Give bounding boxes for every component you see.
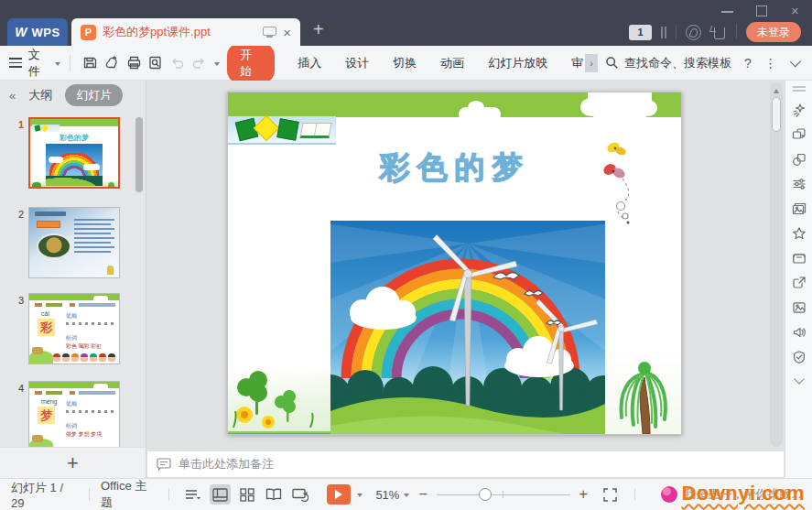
command-search[interactable]: 查找命令、搜索模板 [605, 55, 731, 71]
hamburger-icon[interactable] [9, 58, 22, 68]
save-button[interactable] [79, 53, 101, 73]
star-icon[interactable] [791, 225, 807, 242]
view-sorter-button[interactable] [236, 484, 257, 505]
status-bar: 幻灯片 1 / 29 Office 主题 51% − + 我是墨仔，帮你排版..… [0, 478, 812, 510]
zoom-slider-knob[interactable] [479, 488, 492, 501]
thumbnail-image: mèng 梦 笔顺 组词 做梦 梦想 梦境 [28, 381, 120, 447]
sound-icon[interactable] [791, 324, 807, 341]
docer-icon[interactable] [686, 25, 701, 40]
zoom-level[interactable]: 51% [375, 488, 409, 502]
slide-1[interactable]: 彩色的梦 [227, 92, 682, 435]
slide-thumbnail-2[interactable]: 2 [13, 207, 120, 278]
media-library-icon[interactable] [791, 201, 807, 217]
tab-insert[interactable]: 插入 [298, 55, 321, 71]
slide-number: 4 [13, 381, 24, 447]
titlebar: W WPS P 彩色的梦ppt课件.ppt × + × 1 未登录 [0, 0, 812, 46]
scroll-up-icon[interactable] [774, 86, 779, 93]
image-icon[interactable] [791, 299, 807, 316]
sidebar-footer: + [0, 447, 146, 478]
tab-overflow-button[interactable]: › [585, 54, 598, 72]
print-button[interactable] [123, 53, 145, 73]
site-watermark: Downyi.com [681, 482, 805, 505]
slide-canvas[interactable]: 彩色的梦 [146, 81, 785, 450]
properties-icon[interactable] [791, 176, 807, 192]
file-menu-caret-icon[interactable] [55, 62, 60, 69]
play-options-caret-icon[interactable] [357, 494, 363, 500]
right-toolbar [785, 81, 812, 478]
tab-start[interactable]: 开始 [227, 43, 275, 83]
collapse-panel-icon[interactable]: « [9, 89, 16, 103]
cloud-shape [588, 92, 652, 120]
transition-icon[interactable] [791, 126, 807, 143]
export-button[interactable] [101, 53, 123, 73]
tab-slideshow[interactable]: 幻灯片放映 [488, 55, 547, 71]
login-button[interactable]: 未登录 [746, 22, 801, 42]
slide-number: 3 [13, 293, 24, 364]
maximize-icon[interactable] [755, 5, 767, 16]
quickbar-more-icon[interactable] [214, 62, 220, 69]
document-tab[interactable]: P 彩色的梦ppt课件.ppt × [71, 18, 300, 46]
willow-tree-decoration [608, 352, 681, 435]
panel-handle-icon[interactable] [793, 86, 806, 92]
file-menu[interactable]: 文件 [28, 47, 50, 80]
canvas-scrollbar[interactable] [770, 82, 783, 447]
docs-stack-icon [661, 27, 666, 38]
skin-icon[interactable] [710, 26, 727, 39]
thumbnail-image: cǎi 彩 笔顺 组词 彩色 喝彩 彩虹 [28, 293, 120, 364]
scrollbar-thumb[interactable] [772, 97, 781, 132]
panel-more-icon[interactable] [794, 374, 804, 384]
minimize-icon[interactable] [721, 5, 733, 16]
tab-animation[interactable]: 动画 [440, 55, 464, 71]
close-window-icon[interactable]: × [789, 5, 801, 16]
new-tab-button[interactable]: + [313, 19, 324, 40]
share-icon[interactable] [791, 275, 807, 291]
slide-thumbnail-3[interactable]: 3 cǎi 彩 笔顺 组词 彩色 喝彩 彩虹 [13, 293, 120, 364]
sidebar-scrollbar[interactable] [135, 117, 143, 192]
print-preview-button[interactable] [145, 53, 167, 73]
tab-transition[interactable]: 切换 [393, 55, 417, 71]
tab-review[interactable]: 审 [571, 55, 583, 71]
play-button[interactable] [327, 484, 351, 505]
slide-panel: « 大纲 幻灯片 1 彩色的梦 2 [0, 81, 146, 478]
close-tab-icon[interactable]: × [283, 26, 291, 39]
seal-icon[interactable] [791, 349, 807, 365]
view-normal-button[interactable] [210, 484, 231, 505]
thumb-title: 彩色的梦 [30, 133, 118, 143]
help-icon[interactable]: ? [744, 56, 752, 71]
zoom-out-button[interactable]: − [418, 486, 427, 503]
undo-button[interactable] [167, 53, 189, 73]
archive-icon[interactable] [791, 250, 807, 266]
animation-pane-icon[interactable] [791, 102, 807, 118]
fit-window-button[interactable] [600, 484, 621, 505]
slide-counter: 幻灯片 1 / 29 [11, 480, 78, 510]
theme-name[interactable]: Office 主题 [101, 478, 157, 510]
open-docs-badge[interactable]: 1 [629, 25, 652, 40]
tab-outline[interactable]: 大纲 [28, 87, 52, 103]
notes-bar[interactable]: 单击此处添加备注 [146, 450, 785, 478]
tab-slides[interactable]: 幻灯片 [65, 84, 123, 106]
monitor-icon[interactable] [263, 27, 276, 38]
zoom-slider[interactable] [437, 488, 570, 501]
notes-icon [157, 458, 171, 471]
ppt-file-icon: P [81, 25, 96, 40]
tab-design[interactable]: 设计 [345, 55, 369, 71]
document-title: 彩色的梦ppt课件.ppt [103, 24, 256, 40]
titlebar-right-group: 1 未登录 [629, 22, 801, 42]
wps-brand-label: WPS [32, 26, 60, 39]
add-slide-button[interactable]: + [67, 453, 79, 473]
collapse-ribbon-icon[interactable] [790, 56, 801, 67]
slide-thumbnail-4[interactable]: 4 mèng 梦 笔顺 组词 做梦 梦想 梦境 [13, 381, 120, 447]
view-read-button[interactable] [264, 484, 285, 505]
assistant-avatar[interactable] [661, 486, 677, 503]
cloud-shape [459, 107, 501, 122]
slide-thumbnail-1[interactable]: 1 彩色的梦 [13, 117, 120, 189]
redo-button[interactable] [189, 53, 211, 73]
shapes-icon[interactable] [791, 151, 807, 168]
wps-home-button[interactable]: W WPS [7, 18, 68, 46]
notes-toggle-button[interactable] [183, 484, 204, 505]
thumbnail-list: 1 彩色的梦 2 [0, 110, 146, 447]
slideshow-settings-button[interactable] [290, 484, 311, 505]
more-icon[interactable]: ⋮ [764, 56, 777, 71]
rainbow-windmill-picture[interactable] [330, 221, 605, 435]
zoom-in-button[interactable]: + [579, 486, 588, 503]
